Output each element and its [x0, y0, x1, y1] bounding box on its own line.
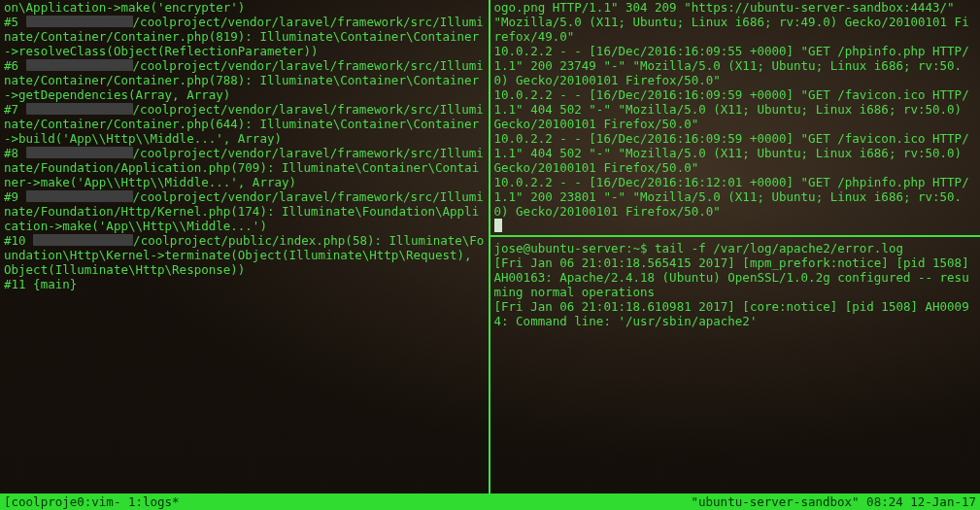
statusbar-left: [coolproje0:vim- 1:logs* — [4, 494, 692, 509]
stacktrace-line: #9 /coolproject/vendor/laravel/framework… — [4, 189, 485, 233]
stacktrace-line: #10 /coolproject/public/index.php(58): I… — [4, 233, 485, 277]
prompt-path: ~ — [633, 241, 641, 255]
redacted-path — [26, 190, 133, 202]
accesslog-line: ogo.png HTTP/1.1" 304 209 "https://ubunt… — [494, 0, 977, 44]
accesslog-line: 10.0.2.2 - - [16/Dec/2016:16:09:59 +0000… — [494, 87, 977, 131]
tmux-panes: on\Application->make('encrypter')#5 /coo… — [0, 0, 980, 493]
stacktrace-line: #7 /coolproject/vendor/laravel/framework… — [4, 102, 485, 146]
accesslog-line: 10.0.2.2 - - [16/Dec/2016:16:09:59 +0000… — [494, 131, 977, 175]
stacktrace-line: #8 /coolproject/vendor/laravel/framework… — [4, 146, 485, 189]
stacktrace-line: #11 {main} — [4, 277, 485, 291]
accesslog-line: 10.0.2.2 - - [16/Dec/2016:16:12:01 +0000… — [494, 175, 977, 219]
accesslog-line: 10.0.2.2 - - [16/Dec/2016:16:09:55 +0000… — [494, 44, 977, 87]
stacktrace-line: on\Application->make('encrypter') — [4, 0, 485, 15]
stacktrace-line: #6 /coolproject/vendor/laravel/framework… — [4, 58, 485, 102]
statusbar-right: "ubuntu-server-sandbox" 08:24 12-Jan-17 — [692, 494, 977, 509]
shell-prompt-line[interactable]: jose@ubuntu-server:~$ tail -f /var/log/a… — [494, 241, 977, 255]
pane-right: ogo.png HTTP/1.1" 304 209 "https://ubunt… — [490, 0, 981, 493]
stacktrace-line: #5 /coolproject/vendor/laravel/framework… — [4, 15, 485, 58]
shell-command: tail -f /var/log/apache2/error.log — [655, 241, 903, 255]
pane-right-top-accesslog[interactable]: ogo.png HTTP/1.1" 304 209 "https://ubunt… — [494, 0, 977, 235]
cursor-icon — [494, 219, 502, 232]
redacted-path — [26, 103, 133, 115]
redacted-path — [26, 147, 133, 158]
pane-right-bottom-errorlog[interactable]: jose@ubuntu-server:~$ tail -f /var/log/a… — [494, 237, 977, 493]
errorlog-line: [Fri Jan 06 21:01:18.610981 2017] [core:… — [494, 299, 977, 328]
pane-left-stacktrace[interactable]: on\Application->make('encrypter')#5 /coo… — [0, 0, 490, 493]
tmux-statusbar: [coolproje0:vim- 1:logs* "ubuntu-server-… — [0, 493, 980, 510]
redacted-path — [26, 59, 133, 71]
prompt-user-host: jose@ubuntu-server — [494, 241, 625, 255]
redacted-path — [33, 234, 133, 246]
redacted-path — [26, 16, 133, 27]
errorlog-line: [Fri Jan 06 21:01:18.565415 2017] [mpm_p… — [494, 255, 977, 299]
